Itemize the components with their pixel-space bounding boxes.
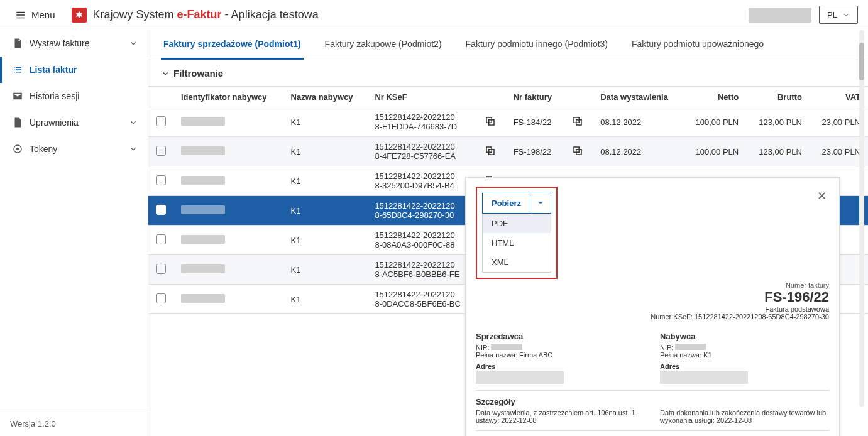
cell-netto: 100,00 PLN [683, 107, 746, 137]
file-icon [12, 117, 23, 128]
redacted [491, 344, 522, 350]
sidebar-item-label: Uprawnienia [30, 117, 123, 128]
cell-brutto: 123,00 PLN [746, 137, 810, 166]
row-checkbox[interactable] [156, 234, 166, 244]
tab-purchase-invoices[interactable]: Faktury zakupowe (Podmiot2) [322, 30, 444, 60]
mail-icon [12, 90, 23, 102]
scrollbar[interactable] [859, 30, 864, 407]
row-checkbox[interactable] [156, 293, 166, 303]
download-option-xml[interactable]: XML [483, 253, 551, 272]
redacted [675, 344, 706, 350]
redacted [181, 235, 225, 244]
sidebar-item-label: Tokeny [30, 144, 123, 154]
sidebar-item-invoice-list[interactable]: Lista faktur [0, 57, 148, 83]
cell-invoice-nr: FS-198/22 [506, 137, 564, 166]
cell-buyer: K1 [283, 226, 368, 255]
chevron-up-icon [537, 199, 544, 206]
tab-sales-invoices[interactable]: Faktury sprzedażowe (Podmiot1) [161, 30, 304, 60]
cell-buyer: K1 [283, 137, 368, 166]
row-checkbox[interactable] [156, 264, 166, 274]
sidebar-item-permissions[interactable]: Uprawnienia [0, 109, 148, 136]
sidebar-item-label: Lista faktur [30, 65, 138, 75]
app-header: Menu Krajowy System e-Faktur - Aplikacja… [0, 0, 868, 30]
redacted [181, 146, 225, 155]
close-panel-button[interactable]: ✕ [815, 187, 829, 205]
table-row[interactable]: K11512281422-20221208-F1FDDA-746683-7DFS… [148, 107, 868, 137]
cell-ksef: 1512281422-20221208-4FE728-C57766-EA [367, 137, 477, 166]
chevron-down-icon [129, 118, 138, 127]
cell-invoice-nr: FS-184/22 [506, 107, 564, 137]
redacted [181, 205, 225, 214]
chevron-down-icon [842, 11, 850, 19]
title-brand-e: e- [177, 8, 187, 21]
filter-toggle[interactable]: Filtrowanie [148, 60, 868, 87]
row-checkbox[interactable] [156, 116, 166, 126]
address-label: Adres [660, 362, 829, 370]
invoice-detail-panel: Pobierz PDF HTML XML ✕ Numer faktury FS-… [465, 177, 840, 436]
chevron-down-icon [129, 144, 138, 153]
menu-label: Menu [31, 9, 55, 20]
invoice-meta: Numer faktury FS-196/22 Faktura podstawo… [476, 281, 829, 320]
redacted [181, 264, 225, 273]
cell-ksef: 1512281422-20221208-AC5BF6-B0BBB6-FE [367, 255, 477, 285]
row-checkbox[interactable] [156, 175, 166, 185]
row-checkbox[interactable] [156, 146, 166, 156]
title-brand-faktur: Faktur [187, 8, 222, 21]
cell-ksef: 1512281422-20221208-65D8C4-298270-30 [367, 196, 477, 226]
copy-icon[interactable] [572, 116, 583, 127]
invoice-type: Faktura podstawowa [476, 305, 829, 313]
redacted [660, 371, 748, 384]
address-label: Adres [476, 362, 645, 370]
tabs: Faktury sprzedażowe (Podmiot1) Faktury z… [148, 30, 868, 60]
scrollbar-thumb[interactable] [859, 43, 864, 80]
redacted [181, 176, 225, 185]
seller-heading: Sprzedawca [476, 332, 645, 341]
cell-buyer: K1 [283, 255, 368, 285]
cell-buyer: K1 [283, 285, 368, 314]
redacted [181, 117, 225, 126]
list-icon [12, 64, 23, 75]
app-title: Krajowy System e-Faktur - Aplikacja test… [93, 8, 319, 21]
tab-authorized-entity[interactable]: Faktury podmiotu upoważnionego [629, 30, 766, 60]
cell-ksef: 1512281422-20221208-F1FDDA-746683-7D [367, 107, 477, 137]
invoice-nr-label: Numer faktury [476, 281, 829, 289]
download-button[interactable]: Pobierz [482, 193, 530, 214]
sidebar-item-label: Wystaw fakturę [30, 38, 123, 48]
cell-brutto: 123,00 PLN [746, 107, 810, 137]
filter-label: Filtrowanie [173, 68, 223, 79]
tab-other-entity[interactable]: Faktury podmiotu innego (Podmiot3) [463, 30, 610, 60]
cell-netto: 100,00 PLN [683, 137, 746, 166]
th-brutto: Brutto [746, 87, 810, 107]
language-button[interactable]: PL [819, 6, 858, 24]
circle-icon [12, 143, 23, 155]
download-highlight: Pobierz PDF HTML XML [476, 187, 558, 279]
download-caret-button[interactable] [530, 193, 551, 214]
redacted [181, 294, 225, 303]
chevron-down-icon [161, 69, 170, 78]
buyer-block: Nabywca NIP: Pełna nazwa: K1 Adres [660, 332, 829, 384]
download-option-pdf[interactable]: PDF [483, 214, 551, 233]
menu-button[interactable]: Menu [10, 7, 60, 23]
table-row[interactable]: K11512281422-20221208-4FE728-C57766-EAFS… [148, 137, 868, 166]
buyer-heading: Nabywca [660, 332, 829, 341]
title-prefix: Krajowy System [93, 8, 177, 21]
th-invoice-nr: Nr faktury [506, 87, 564, 107]
sidebar-item-tokens[interactable]: Tokeny [0, 136, 148, 162]
copy-icon[interactable] [485, 116, 496, 127]
details-heading: Szczegóły [476, 397, 829, 406]
cell-buyer: K1 [283, 107, 368, 137]
copy-icon[interactable] [572, 145, 583, 156]
hamburger-icon [15, 9, 26, 21]
row-checkbox[interactable] [156, 205, 166, 215]
download-option-html[interactable]: HTML [483, 233, 551, 253]
sidebar-item-issue-invoice[interactable]: Wystaw fakturę [0, 30, 148, 57]
redacted [476, 371, 564, 384]
eagle-logo-icon [72, 8, 87, 23]
th-ksef: Nr KSeF [367, 87, 477, 107]
copy-icon[interactable] [485, 145, 496, 156]
sidebar-item-session-history[interactable]: Historia sesji [0, 83, 148, 109]
logo-wrap: Krajowy System e-Faktur - Aplikacja test… [72, 8, 319, 23]
invoice-ksef: Numer KSeF: 1512281422-20221208-65D8C4-2… [476, 313, 829, 320]
sidebar: Wystaw fakturę Lista faktur Historia ses… [0, 30, 148, 436]
download-menu: PDF HTML XML [482, 214, 551, 273]
